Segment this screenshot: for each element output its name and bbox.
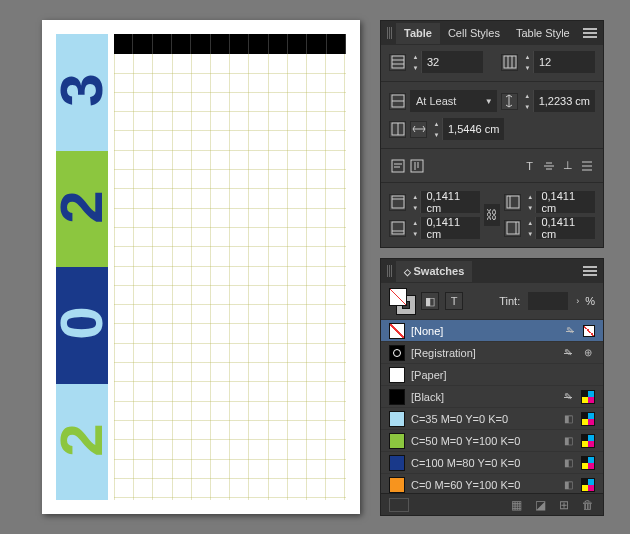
row-height-mode-dropdown[interactable]: At Least ▼	[410, 90, 497, 112]
svg-rect-24	[392, 222, 404, 234]
rows-icon	[389, 54, 406, 71]
inset-top-stepper[interactable]: ▲▼0,1411 cm	[410, 191, 480, 213]
valign-justify-icon[interactable]	[578, 157, 595, 174]
new-group-icon[interactable]: ▦	[509, 498, 523, 512]
swatch-item[interactable]: [Paper]	[381, 364, 603, 386]
tint-unit: %	[585, 295, 595, 307]
cols-value[interactable]: 12	[534, 56, 582, 68]
inset-bottom-stepper[interactable]: ▲▼0,1411 cm	[410, 217, 480, 239]
inset-left-stepper[interactable]: ▲▼0,1411 cm	[525, 191, 595, 213]
cmyk-icon	[581, 478, 595, 492]
tab-table-style[interactable]: Table Style	[508, 23, 578, 44]
row-height-value-icon	[501, 93, 518, 110]
swatch-name: C=50 M=0 Y=100 K=0	[411, 435, 555, 447]
table-header-cell[interactable]	[114, 34, 133, 54]
new-swatch-icon[interactable]: ⊞	[557, 498, 571, 512]
year-digit: 0	[56, 311, 108, 340]
tab-swatches[interactable]: ◇ Swatches	[396, 261, 472, 282]
valign-center-icon[interactable]	[540, 157, 557, 174]
vertical-align-group: T ⊥	[521, 157, 595, 174]
year-cell: 0	[56, 267, 108, 384]
swatch-chip	[389, 477, 405, 493]
swatches-footer: ▦ ◪ ⊞ 🗑	[381, 493, 603, 515]
panel-tab-bar: ◇ Swatches	[381, 259, 603, 283]
inset-top-value[interactable]: 0,1411 cm	[421, 190, 480, 214]
valign-bottom-icon[interactable]: ⊥	[559, 157, 576, 174]
swatch-item[interactable]: [Registration]✎⊕	[381, 342, 603, 364]
swatch-name: [Black]	[411, 391, 555, 403]
tab-cell-styles[interactable]: Cell Styles	[440, 23, 508, 44]
process-icon: ◧	[561, 478, 575, 492]
swatch-chip	[389, 411, 405, 427]
writing-horiz-icon[interactable]	[389, 157, 406, 174]
inset-bottom-value[interactable]: 0,1411 cm	[421, 216, 480, 240]
table-panel: Table Cell Styles Table Style ▲▼ 32 ▲▼ 1…	[380, 20, 604, 248]
chevron-down-icon: ▼	[485, 97, 493, 106]
table-header-row	[114, 34, 346, 54]
table-header-cell[interactable]	[249, 34, 268, 54]
table-header-cell[interactable]	[327, 34, 346, 54]
tint-chevron-icon[interactable]: ›	[576, 296, 579, 306]
svg-rect-10	[392, 160, 404, 172]
link-insets-icon[interactable]: ⛓	[484, 204, 500, 226]
swatch-item[interactable]: [None]✎	[381, 320, 603, 342]
col-width-stepper[interactable]: ▲▼ 1,5446 cm	[431, 118, 504, 140]
cols-stepper[interactable]: ▲▼ 12	[522, 51, 595, 73]
process-icon: ◧	[561, 456, 575, 470]
table-header-cell[interactable]	[172, 34, 191, 54]
row-height-icon	[389, 93, 406, 110]
swatch-name: C=100 M=80 Y=0 K=0	[411, 457, 555, 469]
fill-stroke-icon[interactable]	[389, 288, 415, 314]
swatch-item[interactable]: C=35 M=0 Y=0 K=0◧	[381, 408, 603, 430]
inset-right-value[interactable]: 0,1411 cm	[536, 216, 595, 240]
text-formatting-icon[interactable]: T	[445, 292, 463, 310]
inset-left-value[interactable]: 0,1411 cm	[536, 190, 595, 214]
container-formatting-icon[interactable]: ◧	[421, 292, 439, 310]
row-height-value[interactable]: 1,2233 cm	[534, 95, 595, 107]
tab-table[interactable]: Table	[396, 23, 440, 44]
swatch-item[interactable]: C=100 M=80 Y=0 K=0◧	[381, 452, 603, 474]
swatch-name: [Registration]	[411, 347, 555, 359]
rows-value[interactable]: 32	[422, 56, 470, 68]
writing-vert-icon[interactable]	[408, 157, 425, 174]
table-header-cell[interactable]	[288, 34, 307, 54]
table-header-cell[interactable]	[211, 34, 230, 54]
table-header-cell[interactable]	[230, 34, 249, 54]
table-header-cell[interactable]	[133, 34, 152, 54]
inset-bottom-icon	[389, 220, 406, 237]
year-digit: 2	[56, 427, 108, 456]
row-height-stepper[interactable]: ▲▼ 1,2233 cm	[522, 90, 595, 112]
panel-menu-icon[interactable]	[583, 28, 597, 38]
svg-rect-26	[507, 196, 519, 208]
table-header-cell[interactable]	[153, 34, 172, 54]
cols-icon	[501, 54, 518, 71]
footer-status	[389, 498, 409, 512]
tint-field[interactable]	[528, 292, 568, 310]
table-area[interactable]	[114, 34, 346, 500]
panel-grip[interactable]	[387, 27, 392, 39]
table-header-cell[interactable]	[191, 34, 210, 54]
valign-top-icon[interactable]: T	[521, 157, 538, 174]
table-header-cell[interactable]	[269, 34, 288, 54]
swatch-item[interactable]: [Black]✎	[381, 386, 603, 408]
delete-swatch-icon[interactable]: 🗑	[581, 498, 595, 512]
cmyk-icon	[581, 434, 595, 448]
inset-right-stepper[interactable]: ▲▼0,1411 cm	[525, 217, 595, 239]
rows-stepper[interactable]: ▲▼ 32	[410, 51, 483, 73]
new-swatch-dropdown-icon[interactable]: ◪	[533, 498, 547, 512]
writing-direction-group	[389, 157, 425, 174]
tint-label: Tint:	[499, 295, 520, 307]
swatches-tool-row: ◧ T Tint: › %	[381, 283, 603, 320]
table-panel-body: ▲▼ 32 ▲▼ 12 At Least ▼	[381, 45, 603, 245]
process-icon: ◧	[561, 412, 575, 426]
panel-menu-icon[interactable]	[583, 266, 597, 276]
table-header-cell[interactable]	[307, 34, 326, 54]
swatch-item[interactable]: C=50 M=0 Y=100 K=0◧	[381, 430, 603, 452]
registration-icon: ⊕	[581, 346, 595, 360]
process-icon: ◧	[561, 434, 575, 448]
swatch-name: C=0 M=60 Y=100 K=0	[411, 479, 555, 491]
panel-grip[interactable]	[387, 265, 392, 277]
year-cell: 2	[56, 151, 108, 268]
year-band: 2023	[56, 34, 108, 500]
col-width-value[interactable]: 1,5446 cm	[443, 123, 504, 135]
